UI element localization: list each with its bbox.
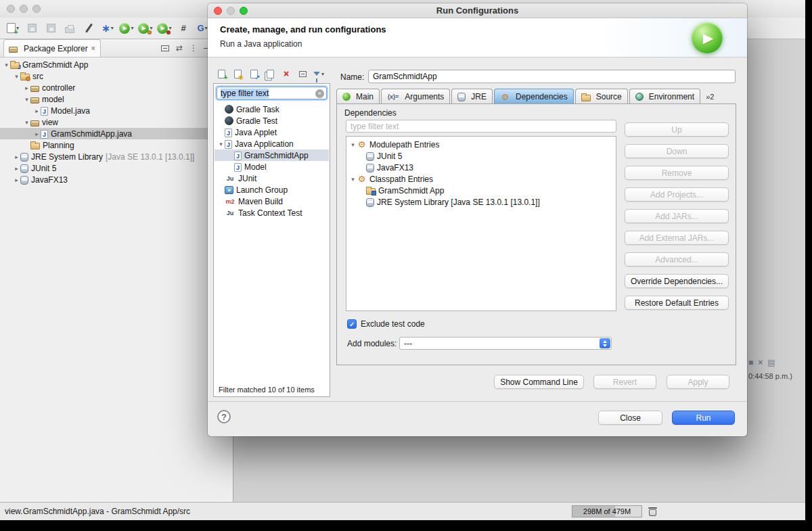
terminate-icon[interactable]: ■ [748, 358, 753, 367]
remove-launch-icon[interactable]: × [758, 358, 763, 367]
expanded-arrow-icon[interactable]: ▾ [349, 176, 357, 183]
tab-jre[interactable]: JRE [451, 89, 493, 104]
collapsed-arrow-icon[interactable]: ▸ [33, 131, 41, 137]
tab-package-explorer[interactable]: Package Explorer [3, 39, 101, 57]
collapsed-arrow-icon[interactable]: ▸ [13, 154, 20, 160]
show-command-line-button[interactable]: Show Command Line [494, 375, 584, 389]
add-external-jars-button[interactable]: Add External JARs... [625, 231, 729, 245]
run-configurations-icon[interactable]: ▶▾ [137, 20, 154, 37]
tree-item[interactable]: JModel [215, 161, 329, 172]
minimize-button[interactable] [227, 7, 235, 15]
collapsed-arrow-icon[interactable]: ▸ [13, 165, 20, 172]
close-icon[interactable] [91, 45, 95, 52]
revert-button[interactable]: Revert [593, 375, 656, 389]
down-button[interactable]: Down [625, 144, 729, 158]
clear-filter-icon[interactable] [315, 89, 324, 98]
remove-button[interactable]: Remove [625, 166, 729, 180]
tree-item[interactable]: JUnit 5 [346, 150, 616, 162]
add-jars-button[interactable]: Add JARs... [625, 209, 729, 223]
expanded-arrow-icon[interactable]: ▾ [217, 141, 225, 147]
expanded-arrow-icon[interactable]: ▾ [23, 96, 30, 103]
advanced-button[interactable]: Advanced... [625, 252, 729, 267]
garbage-collect-icon[interactable] [648, 507, 657, 516]
collapsed-arrow-icon[interactable]: ▸ [13, 177, 20, 183]
tree-item[interactable]: ▸JGramSchmidtApp.java [0, 128, 233, 139]
save-icon[interactable] [23, 20, 41, 37]
collapse-all-icon[interactable] [296, 68, 309, 80]
tree-item[interactable]: ▸JUnit 5 [0, 162, 233, 174]
run-icon[interactable]: ▶▾ [118, 20, 135, 37]
restore-default-entries-button[interactable]: Restore Default Entries [625, 296, 729, 310]
add-projects-button[interactable]: Add Projects... [625, 187, 729, 202]
close-button[interactable] [214, 7, 222, 15]
tree-item[interactable]: JavaFX13 [346, 162, 616, 173]
tree-item[interactable]: Planning [0, 139, 233, 151]
tree-item[interactable]: ▾src [0, 70, 233, 82]
tree-item[interactable]: JuTask Context Test [215, 207, 329, 218]
export-launch-configurations-icon[interactable] [247, 68, 261, 80]
tabs-overflow[interactable]: »2 [706, 93, 714, 101]
window-close-button[interactable] [7, 5, 15, 13]
tree-item[interactable]: JRE System Library [Java SE 13.0.1 [13.0… [346, 196, 616, 208]
tree-item[interactable]: ▸JRE System Library[Java SE 13.0.1 [13.0… [0, 151, 233, 162]
tree-item[interactable]: JJava Applet [215, 126, 329, 138]
view-menu-icon[interactable]: ⋮ [189, 43, 198, 53]
collapsed-arrow-icon[interactable]: ▸ [23, 85, 30, 91]
tree-item[interactable]: Gradle Task [215, 103, 329, 115]
filter-input[interactable]: type filter text [217, 87, 327, 99]
print-icon[interactable] [61, 20, 78, 37]
new-launch-configuration-prototype-icon[interactable] [231, 68, 244, 80]
zoom-button[interactable] [240, 7, 248, 15]
override-dependencies-button[interactable]: Override Dependencies... [625, 274, 729, 288]
tab-dependencies[interactable]: ⚙Dependencies [494, 89, 574, 104]
close-dialog-button[interactable]: Close [598, 411, 662, 425]
dependencies-filter-input[interactable] [346, 120, 616, 133]
new-table-icon[interactable]: # [175, 20, 192, 37]
window-zoom-button[interactable] [32, 5, 41, 13]
delete-launch-configuration-icon[interactable]: × [279, 68, 293, 80]
window-minimize-button[interactable] [20, 5, 28, 13]
tree-item[interactable]: JuJUnit [215, 172, 329, 184]
help-button[interactable] [217, 410, 231, 423]
tree-item[interactable]: ▾GramSchmidt App [0, 59, 233, 70]
tree-item[interactable]: ▾⚙Classpath Entries [346, 173, 616, 185]
up-button[interactable]: Up [625, 122, 729, 137]
dialog-titlebar[interactable]: Run Configurations [208, 3, 747, 18]
apply-button[interactable]: Apply [667, 375, 729, 389]
tree-item[interactable]: GramSchmidt App [346, 185, 616, 196]
filter-launch-configurations-icon[interactable]: ▾ [312, 68, 325, 80]
tree-item[interactable]: ▾view [0, 116, 233, 128]
run-button[interactable]: Run [672, 411, 735, 425]
name-input[interactable] [368, 70, 736, 83]
save-all-icon[interactable] [42, 20, 60, 37]
exclude-test-code-checkbox[interactable] [347, 319, 357, 329]
select-stepper-icon[interactable] [600, 338, 610, 348]
external-tools-icon[interactable]: ∗▾ [99, 20, 116, 37]
tree-item[interactable]: ▸controller [0, 82, 233, 93]
clear-console-icon[interactable]: ▤ [767, 358, 775, 367]
tree-item[interactable]: Gradle Test [215, 115, 329, 126]
tab-arguments[interactable]: (x)=Arguments [381, 89, 450, 104]
tree-item[interactable]: m2Maven Build [215, 195, 329, 207]
link-with-editor-icon[interactable]: ⇄ [175, 43, 183, 53]
expanded-arrow-icon[interactable]: ▾ [13, 73, 20, 80]
collapse-all-icon[interactable] [161, 45, 169, 51]
tree-item[interactable]: ▸JavaFX13 [0, 174, 233, 185]
open-task-icon[interactable] [80, 20, 97, 37]
tree-item[interactable]: ▾⚙Modulepath Entries [346, 139, 616, 150]
expanded-arrow-icon[interactable]: ▾ [349, 141, 357, 148]
tree-item[interactable]: »Launch Group [215, 184, 329, 195]
tab-source[interactable]: Source [575, 89, 628, 104]
add-modules-select[interactable]: --- [399, 337, 612, 350]
new-wizard-icon[interactable]: ▾ [4, 20, 22, 37]
expanded-arrow-icon[interactable]: ▾ [23, 119, 30, 126]
tab-main[interactable]: Main [336, 89, 380, 104]
tree-item[interactable]: ▾model [0, 93, 233, 105]
expanded-arrow-icon[interactable]: ▾ [3, 62, 10, 68]
tree-item[interactable]: ▾JJava Application [215, 138, 329, 149]
tab-environment[interactable]: Environment [629, 89, 700, 104]
tree-item[interactable]: ▸JModel.java [0, 105, 233, 116]
duplicate-launch-configuration-icon[interactable] [263, 68, 277, 80]
new-launch-configuration-icon[interactable] [215, 68, 228, 80]
run-last-icon[interactable]: ▶▾ [156, 20, 173, 37]
